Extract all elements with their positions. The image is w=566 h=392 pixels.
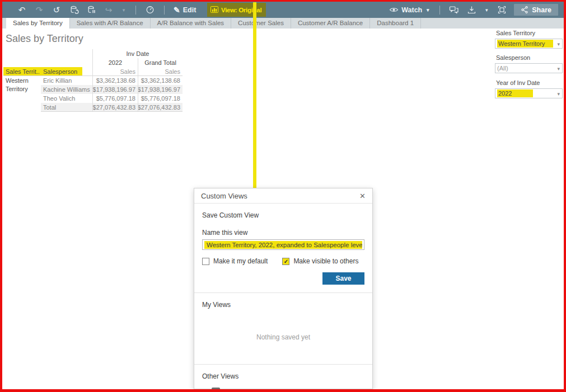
- filter-salesperson: Salesperson (All) ▾: [495, 54, 563, 73]
- total-value-cell[interactable]: $27,076,432.83: [138, 103, 183, 112]
- selected-check-icon: ✓: [202, 388, 207, 392]
- other-view-owner: DS Clark Walliser: [316, 389, 364, 392]
- edit-button-label: Edit: [183, 6, 197, 14]
- value-cell[interactable]: $5,776,097.18: [92, 94, 138, 103]
- dropdown-caret-icon: ▾: [557, 41, 560, 47]
- watch-caret-icon: ▾: [425, 7, 431, 13]
- divider: [194, 364, 372, 365]
- fullscreen-icon[interactable]: [497, 5, 507, 15]
- value-cell[interactable]: $3,362,138.68: [92, 76, 138, 85]
- close-icon[interactable]: ✕: [359, 192, 366, 200]
- dialog-header: Custom Views ✕: [194, 188, 372, 204]
- sales-territory-dropdown[interactable]: Western Territory ▾: [495, 39, 563, 49]
- total-value-cell[interactable]: $27,076,432.83: [92, 103, 138, 112]
- make-default-label: Make it my default: [213, 257, 268, 265]
- screenshot-frame: ↶ ↷ ↺ ↪: [0, 0, 566, 392]
- checkbox-row: Make it my default ✓ Make visible to oth…: [202, 257, 364, 265]
- tab-sales-with-ar-balance[interactable]: Sales with A/R Balance: [70, 18, 151, 29]
- save-custom-view-label: Save Custom View: [202, 211, 364, 219]
- other-view-name: Original (default): [224, 388, 274, 392]
- share-icon: [521, 6, 528, 14]
- divider: [194, 292, 372, 293]
- filter-label: Year of Inv Date: [496, 79, 563, 86]
- redo-icon[interactable]: ↷: [34, 5, 44, 15]
- custom-views-dialog: Custom Views ✕ Save Custom View Name thi…: [194, 188, 373, 389]
- make-visible-label: Make visible to others: [293, 257, 358, 265]
- salesperson-cell[interactable]: Theo Valich: [41, 94, 92, 103]
- watch-button-label: Watch: [401, 6, 422, 14]
- name-this-view-label: Name this view: [202, 229, 364, 237]
- column-dimension-header[interactable]: Inv Date: [92, 49, 183, 58]
- filter-label: Salesperson: [496, 54, 563, 61]
- column-header-2022[interactable]: 2022: [92, 58, 138, 67]
- other-view-row[interactable]: ✓ Original (default) DS Clark Walliser: [202, 388, 364, 392]
- filter-label: Sales Territory: [496, 30, 563, 36]
- annotation-yellow-line: [253, 2, 256, 188]
- pause-updates-icon[interactable]: [86, 5, 96, 15]
- year-of-inv-date-dropdown[interactable]: 2022 ▾: [495, 88, 563, 98]
- share-button-label: Share: [532, 6, 551, 14]
- crosstab-table: Inv Date 2022 Grand Total Sales Territ..…: [3, 49, 183, 112]
- comments-icon[interactable]: [449, 5, 459, 15]
- salesperson-cell[interactable]: Eric Killian: [41, 76, 92, 85]
- dialog-body: Save Custom View Name this view Western …: [194, 211, 372, 392]
- toolbar-separator: [439, 6, 440, 15]
- share-button[interactable]: Share: [514, 4, 558, 16]
- tab-ar-balance-with-sales[interactable]: A/R Balance with Sales: [151, 18, 232, 29]
- tab-customer-ar-balance[interactable]: Customer A/R Balance: [291, 18, 370, 29]
- tab-dashboard-1[interactable]: Dashboard 1: [370, 18, 421, 29]
- edit-pencil-icon: ✎: [174, 6, 180, 15]
- edit-button[interactable]: ✎ Edit: [174, 6, 196, 15]
- dropdown-caret-icon: ▾: [557, 91, 560, 97]
- download-icon[interactable]: [466, 5, 476, 15]
- salesperson-dropdown[interactable]: (All) ▾: [495, 63, 563, 73]
- view-name-input[interactable]: Western Territory, 2022, expanded to Sal…: [202, 239, 364, 250]
- flow-forward-caret-icon: ▾: [121, 5, 127, 15]
- toolbar: ↶ ↷ ↺ ↪: [2, 2, 564, 18]
- eye-icon: [389, 5, 399, 15]
- territory-row-header[interactable]: Western Territory: [3, 76, 41, 112]
- dialog-title: Custom Views: [201, 192, 247, 200]
- value-cell[interactable]: $17,938,196.97: [92, 85, 138, 94]
- table-spacer: [3, 58, 92, 67]
- salesperson-cell[interactable]: Kachine Williams: [41, 85, 92, 94]
- refresh-data-icon[interactable]: [69, 5, 79, 15]
- filter-value: 2022: [497, 89, 533, 97]
- tab-sales-by-territory[interactable]: Sales by Territory: [6, 18, 70, 29]
- view-thumbnail-icon: [212, 388, 220, 392]
- download-caret-icon[interactable]: ▾: [484, 5, 489, 15]
- sheet-tab-bar: Sales by Territory Sales with A/R Balanc…: [2, 18, 564, 29]
- make-visible-checkbox[interactable]: ✓: [282, 258, 289, 265]
- toolbar-right-group: Watch ▾ ▾: [389, 4, 558, 16]
- value-cell[interactable]: $17,938,196.97: [138, 85, 183, 94]
- column-header-grand-total[interactable]: Grand Total: [138, 58, 183, 67]
- measure-label-sales: Sales: [138, 67, 183, 76]
- undo-icon[interactable]: ↶: [17, 5, 27, 15]
- total-row-header[interactable]: Total: [41, 103, 92, 112]
- revert-icon[interactable]: ↺: [52, 5, 62, 15]
- table-spacer: [3, 49, 92, 58]
- dropdown-caret-icon: ▾: [557, 66, 560, 72]
- tab-customer-sales[interactable]: Customer Sales: [231, 18, 291, 29]
- other-views-label: Other Views: [202, 372, 364, 380]
- value-cell[interactable]: $5,776,097.18: [138, 94, 183, 103]
- filter-sales-territory: Sales Territory Western Territory ▾: [495, 30, 563, 49]
- toolbar-left-group: ↶ ↷ ↺ ↪: [17, 5, 196, 15]
- filter-value: (All): [497, 65, 508, 72]
- value-cell[interactable]: $3,362,138.68: [138, 76, 183, 85]
- row-header-salesperson[interactable]: Salesperson: [41, 67, 92, 76]
- filter-value: Western Territory: [497, 40, 553, 48]
- empty-state-text: Nothing saved yet: [202, 333, 364, 341]
- save-button[interactable]: Save: [322, 272, 364, 285]
- metrics-gauge-icon[interactable]: [145, 5, 155, 15]
- flow-forward-icon: ↪: [104, 5, 114, 15]
- row-header-sales-territory[interactable]: Sales Territ..: [3, 67, 41, 76]
- sheet-title: Sales by Territory: [6, 33, 83, 45]
- make-default-checkbox[interactable]: [202, 258, 209, 265]
- view-original-button[interactable]: View: Original: [207, 3, 266, 17]
- filter-year-of-inv-date: Year of Inv Date 2022 ▾: [495, 79, 563, 98]
- view-chart-icon: [211, 6, 218, 13]
- toolbar-separator: [164, 6, 165, 15]
- view-name-value: Western Territory, 2022, expanded to Sal…: [204, 241, 362, 249]
- watch-button[interactable]: Watch ▾: [389, 5, 431, 15]
